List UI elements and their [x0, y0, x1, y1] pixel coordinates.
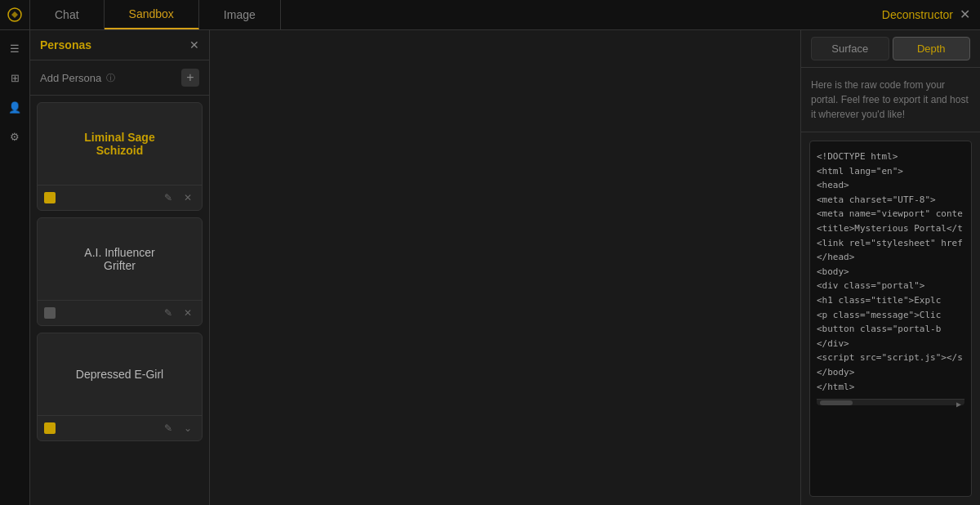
- persona-card-body: Liminal SageSchizoid: [38, 103, 202, 185]
- tab-image[interactable]: Image: [199, 0, 281, 29]
- code-scrollbar-thumb: [820, 400, 853, 405]
- deconstructor-panel: Surface Depth Here is the raw code from …: [800, 30, 980, 505]
- nav-tabs: Chat Sandbox Image: [30, 0, 872, 29]
- surface-depth-tabs: Surface Depth: [801, 30, 980, 68]
- code-line: </div>: [817, 337, 964, 351]
- persona-card: Liminal SageSchizoid ✎ ✕: [37, 102, 203, 211]
- personas-close-icon[interactable]: ✕: [189, 38, 199, 51]
- menu-icon: ☰: [10, 42, 20, 55]
- persona-edit-button[interactable]: ✎: [161, 306, 176, 320]
- user-icon-btn[interactable]: 👤: [3, 96, 26, 118]
- persona-expand-button[interactable]: ⌄: [180, 421, 195, 436]
- code-line: <div class="portal">: [817, 279, 964, 293]
- personas-panel: Personas ✕ Add Persona ⓘ + Liminal SageS…: [30, 30, 210, 505]
- persona-color-dot: [44, 192, 56, 203]
- code-line: <!DOCTYPE html>: [817, 150, 964, 164]
- persona-card-footer: ✎ ✕: [38, 300, 202, 325]
- code-line: </head>: [817, 250, 964, 265]
- code-line: <body>: [817, 265, 964, 279]
- tab-depth[interactable]: Depth: [893, 37, 971, 60]
- main-content: ☰ ⊞ 👤 ⚙ Personas ✕ Add Persona ⓘ + Limin…: [0, 30, 980, 505]
- persona-delete-button[interactable]: ✕: [180, 190, 195, 205]
- deconstructor-description: Here is the raw code from your portal. F…: [801, 68, 980, 132]
- code-scroll-arrow: ▶: [956, 400, 961, 409]
- add-persona-label: Add Persona: [40, 72, 101, 84]
- code-block: <!DOCTYPE html> <html lang="en"> <head> …: [809, 141, 972, 497]
- tab-sandbox[interactable]: Sandbox: [105, 0, 199, 29]
- persona-card-body: A.I. InfluencerGrifter: [38, 218, 202, 300]
- persona-card: Depressed E-Girl ✎ ⌄: [37, 333, 203, 441]
- persona-card-footer: ✎ ✕: [38, 185, 202, 210]
- grid-icon: ⊞: [11, 72, 20, 84]
- code-line: <meta name="viewport" conte: [817, 207, 964, 221]
- personas-title: Personas: [40, 38, 91, 51]
- code-line: <h1 class="title">Explc: [817, 293, 964, 308]
- settings-icon: ⚙: [10, 131, 20, 143]
- tab-surface[interactable]: Surface: [811, 37, 889, 60]
- persona-color-dot: [44, 307, 56, 319]
- persona-name: Depressed E-Girl: [76, 368, 163, 381]
- persona-edit-button[interactable]: ✎: [161, 190, 176, 205]
- persona-color-dot: [44, 422, 56, 434]
- deconstructor-label: Deconstructor: [882, 8, 953, 21]
- middle-area: [210, 30, 800, 505]
- info-icon: ⓘ: [106, 72, 115, 84]
- persona-edit-button[interactable]: ✎: [161, 421, 176, 436]
- persona-name: A.I. InfluencerGrifter: [84, 246, 154, 272]
- sidebar-icons: ☰ ⊞ 👤 ⚙: [0, 30, 30, 505]
- code-line: <button class="portal-b: [817, 322, 964, 337]
- app-logo-icon: [7, 7, 23, 23]
- persona-card: A.I. InfluencerGrifter ✎ ✕: [37, 217, 203, 326]
- logo-area: [0, 0, 30, 30]
- add-persona-button[interactable]: +: [181, 69, 199, 87]
- tab-chat[interactable]: Chat: [30, 0, 105, 29]
- code-line: <p class="message">Clic: [817, 308, 964, 323]
- code-line: <meta charset="UTF-8">: [817, 193, 964, 208]
- code-line: <script src="script.js"></s: [817, 351, 964, 365]
- code-scrollbar[interactable]: ▶: [817, 399, 964, 405]
- persona-card-footer: ✎ ⌄: [38, 415, 202, 440]
- code-line: </body>: [817, 365, 964, 380]
- persona-name: Liminal SageSchizoid: [84, 131, 154, 157]
- code-line: <head>: [817, 178, 964, 193]
- user-icon: 👤: [8, 101, 21, 114]
- code-line: <html lang="en">: [817, 164, 964, 179]
- code-line: </html>: [817, 380, 964, 395]
- add-persona-row: Add Persona ⓘ +: [30, 60, 209, 96]
- menu-icon-btn[interactable]: ☰: [3, 37, 26, 60]
- persona-card-body: Depressed E-Girl: [38, 333, 202, 415]
- persona-delete-button[interactable]: ✕: [180, 306, 195, 320]
- top-nav-right: Deconstructor ✕: [872, 8, 980, 21]
- code-line: <title>Mysterious Portal</t: [817, 221, 964, 236]
- grid-icon-btn[interactable]: ⊞: [3, 66, 26, 89]
- settings-icon-btn[interactable]: ⚙: [3, 125, 26, 148]
- top-nav: Chat Sandbox Image Deconstructor ✕: [0, 0, 980, 30]
- code-line: <link rel="stylesheet" href: [817, 236, 964, 251]
- close-icon[interactable]: ✕: [960, 8, 970, 21]
- personas-list: Liminal SageSchizoid ✎ ✕ A.I. Influencer…: [30, 96, 209, 505]
- personas-header: Personas ✕: [30, 30, 209, 60]
